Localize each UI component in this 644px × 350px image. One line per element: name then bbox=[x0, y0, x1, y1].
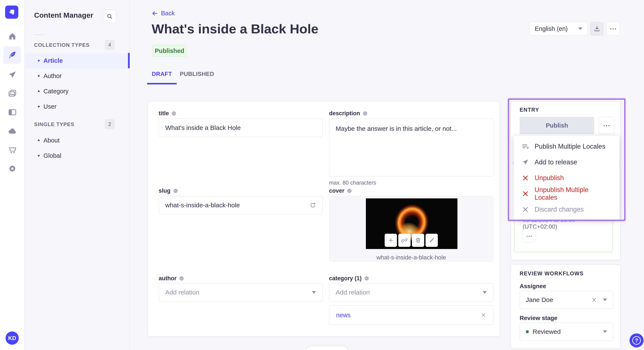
more-options-icon: ⋯ bbox=[610, 24, 617, 33]
chevron-down-icon bbox=[482, 291, 487, 294]
category-field-label: category (1) bbox=[329, 275, 369, 282]
review-stage-combobox[interactable]: Reviewed bbox=[520, 323, 613, 341]
publish-button[interactable]: Publish bbox=[520, 117, 594, 134]
remove-relation-icon[interactable] bbox=[480, 312, 486, 318]
tab-published[interactable]: PUBLISHED bbox=[179, 69, 215, 79]
field-label-text: cover bbox=[329, 187, 344, 194]
title-field-label: title bbox=[159, 110, 176, 117]
sidebar-item-user[interactable]: User bbox=[24, 99, 130, 114]
entry-more-options-button[interactable]: ⋯ bbox=[599, 117, 614, 134]
bullet-icon bbox=[38, 140, 40, 141]
sidebar-item-category[interactable]: Category bbox=[24, 84, 130, 99]
releases-icon[interactable] bbox=[0, 66, 24, 84]
back-label: Back bbox=[161, 10, 175, 17]
header-more-options-button[interactable]: ⋯ bbox=[606, 22, 620, 35]
sidebar-item-label: Global bbox=[44, 152, 61, 159]
help-button[interactable]: ? bbox=[630, 334, 644, 348]
assignee-combobox[interactable]: Jane Doe bbox=[520, 291, 613, 309]
back-arrow-icon bbox=[152, 10, 158, 16]
menu-item-label: Add to release bbox=[534, 159, 577, 166]
user-avatar[interactable]: KD bbox=[6, 332, 19, 345]
media-library-icon[interactable] bbox=[0, 85, 24, 102]
floating-toolbar-partial[interactable] bbox=[306, 346, 348, 350]
delete-media-button[interactable] bbox=[412, 234, 424, 247]
title-input[interactable]: What's inside a Black Hole bbox=[159, 119, 323, 137]
globe-icon bbox=[363, 111, 368, 116]
sidebar-item-about[interactable]: About bbox=[24, 133, 130, 148]
description-value: Maybe the answer is in this article, or … bbox=[336, 124, 457, 133]
edit-media-button[interactable] bbox=[426, 234, 438, 247]
globe-icon bbox=[347, 188, 352, 193]
cover-toolbar bbox=[384, 234, 438, 247]
paper-plane-icon bbox=[522, 159, 529, 166]
menu-item-unpublish-multiple-locales[interactable]: Unpublish Multiple Locales bbox=[514, 186, 619, 201]
single-types-count-badge: 2 bbox=[105, 119, 114, 129]
regenerate-icon[interactable] bbox=[310, 202, 316, 208]
category-relation-combobox[interactable]: Add relation bbox=[329, 283, 494, 302]
slug-input-value: what-s-inside-a-black-hole bbox=[165, 201, 240, 209]
pencil-icon bbox=[428, 237, 435, 243]
settings-gear-icon[interactable] bbox=[0, 160, 24, 177]
home-icon[interactable] bbox=[0, 27, 24, 45]
title-input-value: What's inside a Black Hole bbox=[165, 124, 241, 131]
bullet-icon bbox=[38, 75, 40, 77]
marketplace-cart-icon[interactable] bbox=[0, 141, 24, 159]
entry-panel-heading: ENTRY bbox=[520, 107, 539, 113]
globe-icon bbox=[364, 276, 369, 281]
back-link[interactable]: Back bbox=[152, 10, 175, 17]
field-label-text: slug bbox=[159, 187, 170, 194]
sidebar-item-author[interactable]: Author bbox=[24, 68, 130, 84]
bullet-icon bbox=[38, 106, 40, 107]
avatar-initials: KD bbox=[8, 335, 16, 342]
release-more-options-button[interactable]: ⋯ bbox=[522, 229, 536, 242]
category-relation-item: news bbox=[329, 305, 494, 325]
bullet-icon bbox=[38, 60, 40, 61]
relation-link[interactable]: news bbox=[336, 312, 350, 319]
menu-item-label: Unpublish bbox=[534, 174, 564, 182]
menu-item-discard-changes[interactable]: Discard changes bbox=[514, 201, 619, 217]
strapi-logo[interactable] bbox=[5, 5, 18, 19]
description-field-label: description bbox=[329, 110, 368, 117]
search-button[interactable] bbox=[103, 10, 116, 23]
menu-item-label: Unpublish Multiple Locales bbox=[534, 186, 611, 201]
author-placeholder: Add relation bbox=[165, 289, 199, 296]
sidebar-item-article[interactable]: Article bbox=[24, 53, 130, 68]
section-heading-collection-types: COLLECTION TYPES bbox=[34, 42, 90, 48]
category-placeholder: Add relation bbox=[336, 289, 370, 296]
field-label-text: title bbox=[159, 110, 169, 117]
clear-assignee-icon[interactable] bbox=[591, 297, 597, 303]
review-workflows-panel: REVIEW WORKFLOWS Assignee Jane Doe Revie… bbox=[511, 265, 620, 348]
chevron-down-icon bbox=[603, 331, 607, 333]
section-heading-single-types: SINGLE TYPES bbox=[34, 121, 74, 127]
description-textarea[interactable]: Maybe the answer is in this article, or … bbox=[329, 119, 494, 176]
tab-draft[interactable]: DRAFT bbox=[147, 69, 177, 79]
menu-item-label: Discard changes bbox=[534, 206, 584, 213]
menu-item-add-to-release[interactable]: Add to release bbox=[514, 154, 619, 170]
deploy-cloud-icon[interactable] bbox=[0, 123, 24, 140]
slug-field-label: slug bbox=[159, 187, 178, 194]
review-workflows-heading: REVIEW WORKFLOWS bbox=[520, 270, 584, 277]
sidebar-title: Content Manager bbox=[34, 11, 93, 19]
cover-media-field: what-s-inside-a-black-hole bbox=[329, 196, 494, 262]
export-button[interactable] bbox=[590, 22, 604, 35]
locale-select[interactable]: English (en) bbox=[530, 22, 588, 35]
content-type-builder-icon[interactable] bbox=[0, 104, 24, 121]
globe-icon bbox=[172, 111, 176, 116]
sidebar-item-label: User bbox=[44, 103, 56, 110]
page-title: What's inside a Black Hole bbox=[152, 21, 318, 36]
slug-input[interactable]: what-s-inside-a-black-hole bbox=[159, 196, 323, 214]
chevron-down-icon bbox=[603, 299, 607, 301]
content-manager-icon[interactable] bbox=[4, 46, 21, 64]
field-label-text: author bbox=[159, 275, 176, 282]
sidebar-item-label: Author bbox=[44, 72, 62, 80]
edit-form-card: title What's inside a Black Hole descrip… bbox=[148, 102, 500, 336]
add-media-button[interactable] bbox=[384, 234, 397, 247]
menu-item-publish-multiple-locales[interactable]: Publish Multiple Locales bbox=[514, 139, 619, 154]
author-relation-combobox[interactable]: Add relation bbox=[159, 283, 323, 302]
cross-icon bbox=[522, 174, 529, 181]
review-stage-label: Review stage bbox=[520, 315, 557, 322]
sidebar-item-global[interactable]: Global bbox=[24, 148, 130, 163]
menu-item-unpublish[interactable]: Unpublish bbox=[514, 170, 619, 186]
cross-icon bbox=[522, 206, 529, 213]
copy-link-button[interactable] bbox=[398, 234, 410, 247]
